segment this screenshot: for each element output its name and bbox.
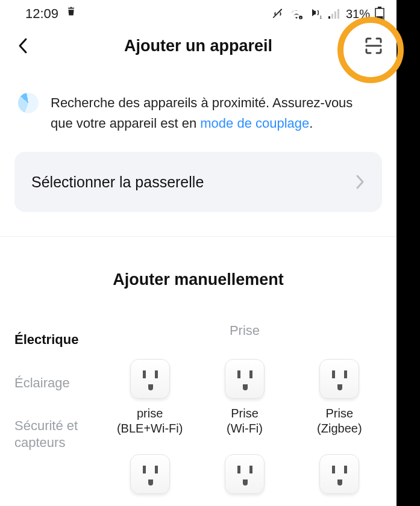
info-text-post: . [309, 116, 313, 131]
gateway-label: Sélectionner la passerelle [31, 173, 204, 191]
category-electrique[interactable]: Électrique [14, 323, 102, 366]
app-header: Ajouter un appareil [0, 28, 396, 64]
select-gateway-row[interactable]: Sélectionner la passerelle [14, 152, 382, 212]
page-title: Ajouter un appareil [0, 37, 396, 55]
product-partial[interactable] [105, 454, 195, 494]
product-label: Prise(Zigbee) [317, 406, 362, 436]
catalog: Électrique Éclairage Sécurité et capteur… [0, 323, 396, 494]
back-button[interactable] [11, 34, 35, 58]
notification-icon [64, 5, 78, 22]
svg-rect-5 [334, 11, 336, 19]
product-label: Prise(Wi-Fi) [227, 406, 263, 436]
plug-icon [225, 359, 265, 399]
category-securite[interactable]: Sécurité et capteurs [14, 409, 102, 469]
plug-icon [130, 359, 170, 399]
plug-icon [225, 454, 265, 494]
vibrate-icon [271, 7, 284, 20]
product-zigbee[interactable]: Prise(Zigbee) [294, 359, 384, 436]
pairing-mode-link[interactable]: mode de couplage [200, 116, 309, 131]
divider [0, 236, 396, 237]
svg-rect-9 [377, 16, 383, 20]
add-manually-title: Ajouter manuellement [0, 270, 396, 289]
volte-icon: 1 [309, 8, 323, 20]
battery-percent: 31% [346, 7, 370, 21]
radar-icon [18, 93, 39, 113]
scan-button[interactable] [362, 34, 386, 58]
svg-rect-4 [331, 14, 333, 19]
plug-icon [319, 454, 359, 494]
status-time: 12:09 [25, 6, 58, 22]
battery-icon [375, 7, 384, 21]
product-grid-row2 [102, 454, 387, 494]
category-eclairage[interactable]: Éclairage [14, 366, 102, 410]
device-frame-edge [396, 0, 420, 506]
chevron-left-icon [17, 37, 28, 54]
scan-icon [365, 37, 383, 55]
product-partial[interactable] [294, 454, 384, 494]
svg-rect-3 [328, 16, 330, 19]
svg-text:1: 1 [319, 14, 322, 20]
product-area: Prise prise(BLE+Wi-Fi) Prise(Wi-Fi) Pris… [102, 323, 396, 494]
svg-rect-6 [337, 9, 339, 19]
plug-icon [130, 454, 170, 494]
proximity-info: Recherche des appareils à proximité. Ass… [0, 64, 396, 146]
svg-text:+: + [300, 16, 302, 19]
category-list: Électrique Éclairage Sécurité et capteur… [0, 323, 102, 494]
section-label: Prise [102, 323, 387, 339]
signal-icon [328, 8, 341, 20]
product-grid: prise(BLE+Wi-Fi) Prise(Wi-Fi) Prise(Zigb… [102, 359, 387, 436]
product-label: prise(BLE+Wi-Fi) [117, 406, 183, 436]
plug-icon [319, 359, 359, 399]
product-wifi[interactable]: Prise(Wi-Fi) [199, 359, 290, 436]
status-bar: 12:09 + 1 31% [0, 0, 396, 28]
info-text: Recherche des appareils à proximité. Ass… [51, 93, 378, 134]
wifi-icon: + [289, 8, 304, 20]
product-partial[interactable] [199, 454, 290, 494]
chevron-right-icon [356, 174, 365, 190]
product-ble-wifi[interactable]: prise(BLE+Wi-Fi) [105, 359, 195, 436]
